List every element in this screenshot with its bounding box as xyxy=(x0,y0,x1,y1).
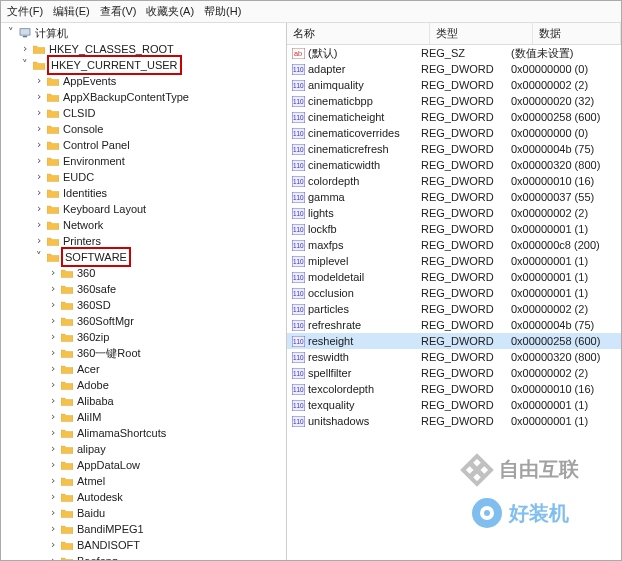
values-pane[interactable]: 名称 类型 数据 ab(默认)REG_SZ(数值未设置)110adapterRE… xyxy=(287,23,621,560)
menu-help[interactable]: 帮助(H) xyxy=(204,4,241,19)
expand-icon[interactable]: › xyxy=(33,105,45,121)
expand-icon[interactable]: › xyxy=(33,201,45,217)
value-row[interactable]: 110cinematicheightREG_DWORD0x00000258 (6… xyxy=(287,109,621,125)
expand-icon[interactable]: › xyxy=(33,169,45,185)
expand-icon[interactable]: › xyxy=(47,329,59,345)
tree-hkcu-1[interactable]: ›AppXBackupContentType xyxy=(1,89,286,105)
tree-hkcu-10[interactable]: ›Printers xyxy=(1,233,286,249)
menu-edit[interactable]: 编辑(E) xyxy=(53,4,90,19)
value-row[interactable]: 110spellfilterREG_DWORD0x00000002 (2) xyxy=(287,365,621,381)
expand-icon[interactable]: › xyxy=(47,505,59,521)
tree-hkcu-3[interactable]: ›Console xyxy=(1,121,286,137)
expand-icon[interactable]: › xyxy=(47,489,59,505)
tree-sw-15[interactable]: ›Baidu xyxy=(1,505,286,521)
tree-sw-12[interactable]: ›AppDataLow xyxy=(1,457,286,473)
value-row[interactable]: 110lockfbREG_DWORD0x00000001 (1) xyxy=(287,221,621,237)
value-row[interactable]: 110unitshadowsREG_DWORD0x00000001 (1) xyxy=(287,413,621,429)
tree-hkcu-4[interactable]: ›Control Panel xyxy=(1,137,286,153)
expand-icon[interactable]: › xyxy=(19,41,31,57)
expand-icon[interactable]: › xyxy=(47,393,59,409)
value-row[interactable]: 110cinematicrefreshREG_DWORD0x0000004b (… xyxy=(287,141,621,157)
tree-sw-2[interactable]: ›360SD xyxy=(1,297,286,313)
tree-pane[interactable]: ˅计算机›HKEY_CLASSES_ROOT˅HKEY_CURRENT_USER… xyxy=(1,23,287,560)
value-row[interactable]: 110particlesREG_DWORD0x00000002 (2) xyxy=(287,301,621,317)
tree-sw-9[interactable]: ›AliIM xyxy=(1,409,286,425)
expand-icon[interactable]: › xyxy=(47,313,59,329)
expand-icon[interactable]: › xyxy=(47,409,59,425)
value-row[interactable]: 110cinematicwidthREG_DWORD0x00000320 (80… xyxy=(287,157,621,173)
expand-icon[interactable]: ˅ xyxy=(33,249,45,265)
tree-sw-10[interactable]: ›AlimamaShortcuts xyxy=(1,425,286,441)
expand-icon[interactable]: › xyxy=(47,265,59,281)
col-name[interactable]: 名称 xyxy=(287,23,430,44)
expand-icon[interactable]: › xyxy=(47,521,59,537)
tree-sw-5[interactable]: ›360一键Root xyxy=(1,345,286,361)
expand-icon[interactable]: › xyxy=(47,377,59,393)
tree-sw-0[interactable]: ›360 xyxy=(1,265,286,281)
expand-icon[interactable]: › xyxy=(33,185,45,201)
tree-sw-1[interactable]: ›360safe xyxy=(1,281,286,297)
tree-sw-8[interactable]: ›Alibaba xyxy=(1,393,286,409)
tree-hkcu-7[interactable]: ›Identities xyxy=(1,185,286,201)
value-row[interactable]: 110maxfpsREG_DWORD0x000000c8 (200) xyxy=(287,237,621,253)
expand-icon[interactable]: › xyxy=(47,473,59,489)
value-row[interactable]: 110texqualityREG_DWORD0x00000001 (1) xyxy=(287,397,621,413)
expand-icon[interactable]: ˅ xyxy=(5,25,17,41)
tree-hkcu-2[interactable]: ›CLSID xyxy=(1,105,286,121)
expand-icon[interactable]: › xyxy=(33,153,45,169)
expand-icon[interactable]: ˅ xyxy=(19,57,31,73)
expand-icon[interactable]: › xyxy=(47,441,59,457)
tree-sw-6[interactable]: ›Acer xyxy=(1,361,286,377)
expand-icon[interactable]: › xyxy=(33,121,45,137)
value-row[interactable]: 110cinematicoverridesREG_DWORD0x00000000… xyxy=(287,125,621,141)
tree-hkcu-0[interactable]: ›AppEvents xyxy=(1,73,286,89)
tree-sw-14[interactable]: ›Autodesk xyxy=(1,489,286,505)
value-row[interactable]: 110adapterREG_DWORD0x00000000 (0) xyxy=(287,61,621,77)
expand-icon[interactable]: › xyxy=(33,89,45,105)
tree-sw-7[interactable]: ›Adobe xyxy=(1,377,286,393)
expand-icon[interactable]: › xyxy=(33,73,45,89)
value-row[interactable]: 110reswidthREG_DWORD0x00000320 (800) xyxy=(287,349,621,365)
value-row[interactable]: 110animqualityREG_DWORD0x00000002 (2) xyxy=(287,77,621,93)
expand-icon[interactable]: › xyxy=(33,217,45,233)
expand-icon[interactable]: › xyxy=(47,553,59,560)
expand-icon[interactable]: › xyxy=(47,361,59,377)
tree-sw-18[interactable]: ›Baofeng xyxy=(1,553,286,560)
value-row[interactable]: 110modeldetailREG_DWORD0x00000001 (1) xyxy=(287,269,621,285)
tree-sw-3[interactable]: ›360SoftMgr xyxy=(1,313,286,329)
value-row[interactable]: 110cinematicbppREG_DWORD0x00000020 (32) xyxy=(287,93,621,109)
tree-hkcu[interactable]: ˅HKEY_CURRENT_USER xyxy=(1,57,286,73)
tree-software[interactable]: ˅SOFTWARE xyxy=(1,249,286,265)
value-row[interactable]: 110miplevelREG_DWORD0x00000001 (1) xyxy=(287,253,621,269)
menu-fav[interactable]: 收藏夹(A) xyxy=(146,4,194,19)
tree-sw-4[interactable]: ›360zip xyxy=(1,329,286,345)
value-row[interactable]: 110occlusionREG_DWORD0x00000001 (1) xyxy=(287,285,621,301)
tree-hkcu-5[interactable]: ›Environment xyxy=(1,153,286,169)
value-row[interactable]: 110gammaREG_DWORD0x00000037 (55) xyxy=(287,189,621,205)
expand-icon[interactable]: › xyxy=(47,457,59,473)
tree-root[interactable]: ˅计算机 xyxy=(1,25,286,41)
tree-hkcu-8[interactable]: ›Keyboard Layout xyxy=(1,201,286,217)
expand-icon[interactable]: › xyxy=(33,137,45,153)
value-row[interactable]: 110resheightREG_DWORD0x00000258 (600) xyxy=(287,333,621,349)
value-row[interactable]: 110texcolordepthREG_DWORD0x00000010 (16) xyxy=(287,381,621,397)
col-type[interactable]: 类型 xyxy=(430,23,533,44)
col-data[interactable]: 数据 xyxy=(533,23,621,44)
menu-view[interactable]: 查看(V) xyxy=(100,4,137,19)
tree-sw-17[interactable]: ›BANDISOFT xyxy=(1,537,286,553)
expand-icon[interactable]: › xyxy=(47,345,59,361)
tree-sw-16[interactable]: ›BandiMPEG1 xyxy=(1,521,286,537)
expand-icon[interactable]: › xyxy=(33,233,45,249)
expand-icon[interactable]: › xyxy=(47,281,59,297)
value-row[interactable]: 110colordepthREG_DWORD0x00000010 (16) xyxy=(287,173,621,189)
tree-hkcu-6[interactable]: ›EUDC xyxy=(1,169,286,185)
tree-sw-11[interactable]: ›alipay xyxy=(1,441,286,457)
expand-icon[interactable]: › xyxy=(47,425,59,441)
value-row[interactable]: 110lightsREG_DWORD0x00000002 (2) xyxy=(287,205,621,221)
expand-icon[interactable]: › xyxy=(47,297,59,313)
menu-file[interactable]: 文件(F) xyxy=(7,4,43,19)
tree-hkcu-9[interactable]: ›Network xyxy=(1,217,286,233)
value-row[interactable]: ab(默认)REG_SZ(数值未设置) xyxy=(287,45,621,61)
value-row[interactable]: 110refreshrateREG_DWORD0x0000004b (75) xyxy=(287,317,621,333)
expand-icon[interactable]: › xyxy=(47,537,59,553)
